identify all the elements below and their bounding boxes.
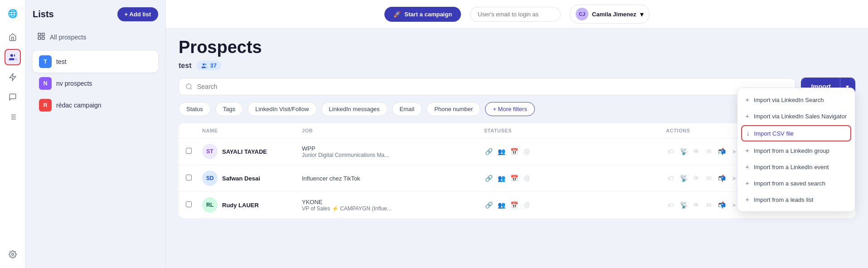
header-statuses: STATUSES bbox=[484, 128, 666, 133]
filter-btn-linkedin-visit[interactable]: LinkedIn Visit/Follow bbox=[247, 102, 316, 116]
header-job: JOB bbox=[302, 128, 484, 133]
messages-icon-btn[interactable] bbox=[5, 89, 21, 105]
people-icon-0[interactable]: 👥 bbox=[497, 146, 507, 156]
dropdown-label-linkedin-event: Import from a LinkedIn event bbox=[754, 164, 829, 171]
at-icon-0[interactable]: @ bbox=[522, 146, 532, 156]
mail-icon-0[interactable]: ✉ bbox=[704, 146, 714, 156]
list-avatar-nv-prospects: N bbox=[39, 77, 52, 90]
left-panel: Lists + Add list All prospects T test N … bbox=[25, 0, 166, 268]
campaign-rocket-icon: 🚀 bbox=[393, 11, 401, 18]
mail-icon-1[interactable]: ✉ bbox=[704, 173, 714, 183]
link-icon-1[interactable]: 🔗 bbox=[484, 173, 494, 183]
search-box bbox=[179, 78, 795, 95]
eye-icon-1[interactable]: 👁 bbox=[691, 173, 701, 183]
inbox-icon-1[interactable]: 📬 bbox=[717, 173, 727, 183]
globe-icon-btn[interactable]: 🌐 bbox=[5, 5, 21, 22]
tag-icon-1[interactable]: 🏷 bbox=[666, 173, 676, 183]
list-avatar-redac-campaign: R bbox=[39, 99, 52, 112]
dropdown-item-leads-list[interactable]: + Import from a leads list bbox=[737, 191, 855, 208]
list-items-container: T test N nv prospects R rédac campaign bbox=[33, 51, 158, 116]
svg-line-15 bbox=[190, 88, 192, 89]
filter-btn-linkedin-messages[interactable]: LinkedIn messages bbox=[321, 102, 388, 116]
add-list-button[interactable]: + Add list bbox=[117, 7, 158, 21]
header-checkbox-col bbox=[186, 128, 202, 133]
calendar-icon-0[interactable]: 📅 bbox=[509, 146, 519, 156]
header-name: NAME bbox=[202, 128, 302, 133]
lists-icon-btn[interactable] bbox=[5, 109, 21, 125]
row-checkbox-1[interactable] bbox=[186, 174, 202, 182]
dropdown-icon-import-csv: ↓ bbox=[747, 130, 750, 137]
prospect-name-0: ST SAYALI TAYADE bbox=[202, 144, 302, 159]
eye-icon-0[interactable]: 👁 bbox=[691, 146, 701, 156]
prospect-job-0: WPP Junior Digital Communications Ma... bbox=[302, 145, 484, 158]
all-prospects-grid-icon bbox=[37, 32, 45, 42]
inbox-icon-0[interactable]: 📬 bbox=[717, 146, 727, 156]
dropdown-icon-saved-search: + bbox=[746, 180, 749, 187]
list-name-row: test 37 bbox=[179, 61, 855, 70]
dropdown-item-linkedin-group[interactable]: + Import from a LinkedIn group bbox=[737, 142, 855, 159]
dropdown-label-leads-list: Import from a leads list bbox=[754, 196, 814, 203]
at-icon-1[interactable]: @ bbox=[522, 173, 532, 183]
dropdown-item-import-csv[interactable]: ↓ Import CSV file bbox=[741, 125, 851, 141]
list-name-label: test bbox=[179, 62, 191, 70]
dropdown-label-linkedin-sales-navigator: Import via LinkedIn Sales Navigator bbox=[754, 113, 847, 120]
people-icon-2[interactable]: 👥 bbox=[497, 200, 507, 210]
dropdown-icon-linkedin-sales-navigator: + bbox=[746, 112, 749, 120]
rss-icon-0[interactable]: 📡 bbox=[679, 146, 689, 156]
list-avatar-test: T bbox=[39, 55, 52, 68]
mail-icon-2[interactable]: ✉ bbox=[704, 200, 714, 210]
dropdown-item-linkedin-event[interactable]: + Import from a LinkedIn event bbox=[737, 159, 855, 175]
campaigns-icon-btn[interactable] bbox=[5, 69, 21, 85]
inbox-icon-2[interactable]: 📬 bbox=[717, 200, 727, 210]
at-icon-2[interactable]: @ bbox=[522, 200, 532, 210]
prospect-name-1: SD Safwan Desai bbox=[202, 171, 302, 186]
prospects-icon-btn[interactable] bbox=[5, 49, 21, 65]
row-checkbox-2[interactable] bbox=[186, 201, 202, 209]
svg-point-13 bbox=[203, 63, 205, 65]
filter-btn-email[interactable]: Email bbox=[392, 102, 422, 116]
import-dropdown: + Import via LinkedIn Search + Import vi… bbox=[737, 88, 855, 212]
link-icon-0[interactable]: 🔗 bbox=[484, 146, 494, 156]
dropdown-label-saved-search: Import from a saved search bbox=[754, 180, 825, 187]
home-icon-btn[interactable] bbox=[5, 29, 21, 45]
search-input[interactable] bbox=[197, 83, 789, 90]
user-chevron-icon: ▾ bbox=[640, 10, 644, 19]
sidebar-icon-rail: 🌐 bbox=[0, 0, 25, 268]
svg-marker-1 bbox=[10, 74, 16, 81]
all-prospects-item[interactable]: All prospects bbox=[33, 29, 158, 45]
sidebar-list-item-test[interactable]: T test bbox=[33, 51, 158, 73]
left-panel-header: Lists + Add list bbox=[33, 7, 158, 21]
eye-icon-2[interactable]: 👁 bbox=[691, 200, 701, 210]
prospect-name-text-2: Rudy LAUER bbox=[222, 202, 259, 209]
svg-rect-11 bbox=[38, 37, 40, 39]
dropdown-label-linkedin-group: Import from a LinkedIn group bbox=[754, 147, 829, 154]
dropdown-item-linkedin-search[interactable]: + Import via LinkedIn Search bbox=[737, 92, 855, 108]
settings-icon-btn[interactable] bbox=[5, 246, 21, 263]
more-filters-button[interactable]: + More filters bbox=[485, 102, 535, 116]
tag-icon-2[interactable]: 🏷 bbox=[666, 200, 676, 210]
sidebar-list-item-nv-prospects[interactable]: N nv prospects bbox=[33, 73, 158, 94]
svg-point-0 bbox=[10, 54, 13, 57]
dropdown-item-saved-search[interactable]: + Import from a saved search bbox=[737, 175, 855, 191]
calendar-icon-1[interactable]: 📅 bbox=[509, 173, 519, 183]
svg-rect-12 bbox=[42, 37, 44, 39]
rss-icon-2[interactable]: 📡 bbox=[679, 200, 689, 210]
filter-btn-phone-number[interactable]: Phone number bbox=[427, 102, 480, 116]
row-checkbox-0[interactable] bbox=[186, 147, 202, 156]
rss-icon-1[interactable]: 📡 bbox=[679, 173, 689, 183]
svg-rect-9 bbox=[38, 33, 40, 35]
page-title: Prospects bbox=[179, 38, 855, 57]
filter-btn-status[interactable]: Status bbox=[179, 102, 211, 116]
people-icon-1[interactable]: 👥 bbox=[497, 173, 507, 183]
tag-icon-0[interactable]: 🏷 bbox=[666, 146, 676, 156]
list-label-test: test bbox=[56, 58, 67, 65]
email-login-input[interactable] bbox=[470, 7, 561, 22]
link-icon-2[interactable]: 🔗 bbox=[484, 200, 494, 210]
dropdown-icon-linkedin-search: + bbox=[746, 96, 749, 103]
calendar-icon-2[interactable]: 📅 bbox=[509, 200, 519, 210]
user-avatar-area[interactable]: CJ Camila Jimenez ▾ bbox=[570, 5, 650, 24]
filter-btn-tags[interactable]: Tags bbox=[215, 102, 243, 116]
dropdown-item-linkedin-sales-navigator[interactable]: + Import via LinkedIn Sales Navigator bbox=[737, 108, 855, 124]
start-campaign-button[interactable]: 🚀 Start a campaign bbox=[384, 7, 461, 22]
sidebar-list-item-redac-campaign[interactable]: R rédac campaign bbox=[33, 94, 158, 116]
